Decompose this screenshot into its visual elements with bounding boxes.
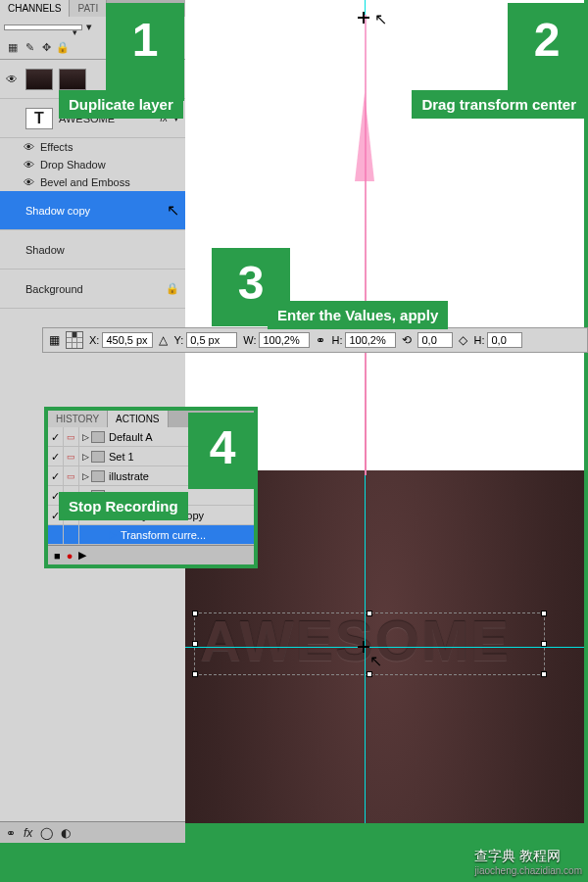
layer-row-shadow-copy[interactable]: Shadow copy ↖ [0, 191, 185, 230]
transform-center-top[interactable] [358, 12, 369, 24]
expand-icon[interactable]: ▷ [79, 452, 91, 462]
action-name: Set 1 [109, 451, 134, 463]
checkmark-icon[interactable]: ✓ [48, 466, 64, 485]
brush-icon[interactable]: ✎ [23, 41, 36, 55]
x-input[interactable] [102, 332, 153, 348]
step-number: 2 [508, 3, 586, 67]
w-label: W: [243, 334, 256, 346]
tab-history[interactable]: HISTORY [48, 411, 108, 427]
lock-icon: 🔒 [166, 282, 179, 295]
lock-transparent-icon[interactable]: ▦ [6, 41, 20, 55]
watermark-text: 查字典 教程网 [474, 848, 561, 863]
layer-row-background[interactable]: Background 🔒 [0, 270, 185, 309]
visibility-icon[interactable] [6, 204, 20, 218]
x-label: X: [89, 334, 99, 346]
play-icon[interactable]: ▶ [78, 549, 86, 562]
y-input[interactable] [186, 332, 237, 348]
visibility-icon[interactable] [6, 282, 20, 296]
step-label-2: Drag transform center [412, 90, 586, 119]
layer-name: Background [25, 283, 160, 295]
mask-icon[interactable]: ◯ [40, 826, 53, 840]
transform-handle[interactable] [192, 611, 198, 616]
layer-row-shadow[interactable]: Shadow [0, 230, 185, 270]
checkmark-icon[interactable]: ✓ [48, 447, 64, 466]
blend-mode-dropdown[interactable] [4, 24, 82, 30]
dialog-icon[interactable]: ▭ [64, 466, 79, 485]
move-icon[interactable]: ✥ [39, 41, 53, 55]
visibility-icon[interactable]: 👁 [24, 176, 34, 188]
w-input[interactable] [259, 332, 310, 348]
transform-handle[interactable] [367, 611, 372, 616]
transform-handle[interactable] [541, 611, 547, 616]
step-callout-1: 1 [106, 3, 184, 101]
effect-drop-shadow[interactable]: 👁 Drop Shadow [0, 156, 185, 173]
y-label: Y: [173, 334, 183, 346]
dialog-icon[interactable]: ▭ [64, 447, 79, 466]
layers-panel-footer: ⚭ fx ◯ ◐ [0, 821, 185, 843]
tab-actions[interactable]: ACTIONS [108, 411, 168, 427]
layer-name: Shadow copy [25, 205, 161, 217]
step-callout-2: 2 [508, 3, 586, 101]
effects-label: Effects [40, 141, 73, 153]
h-input[interactable] [345, 332, 396, 348]
checkmark-icon[interactable]: ✓ [48, 427, 64, 446]
skew-h-label: H: [473, 334, 484, 346]
fx-icon[interactable]: fx [24, 826, 32, 840]
action-name: Default A [109, 431, 153, 443]
adjustment-icon[interactable]: ◐ [61, 826, 71, 840]
visibility-icon[interactable] [6, 243, 20, 257]
transform-handle[interactable] [192, 671, 198, 677]
transform-options-bar[interactable]: ▦ X: △ Y: W: ⚭ H: ⟲ ◇ H: [42, 327, 588, 353]
layer-name: Shadow [25, 244, 179, 256]
link-icon[interactable]: ⚭ [6, 826, 16, 840]
transform-center-bottom[interactable] [358, 641, 369, 653]
transform-handle[interactable] [541, 671, 547, 677]
layer-mask-thumbnail[interactable] [59, 69, 86, 90]
action-row-selected[interactable]: ▷ Transform curre... [48, 525, 254, 545]
skew-icon: ◇ [459, 333, 467, 347]
layer-thumbnail[interactable] [25, 69, 53, 90]
cursor-icon: ↖ [167, 201, 179, 220]
tab-channels[interactable]: CHANNELS [0, 0, 70, 17]
rotate-input[interactable] [417, 332, 453, 348]
folder-icon [91, 470, 105, 482]
step-label-4: Stop Recording [59, 492, 188, 520]
expand-icon[interactable]: ▷ [79, 471, 91, 481]
step-number: 4 [188, 413, 257, 474]
effect-name: Drop Shadow [40, 159, 106, 171]
record-icon[interactable]: ● [67, 550, 74, 562]
horizontal-guide [185, 647, 584, 648]
visibility-icon[interactable] [6, 112, 20, 125]
drag-path-arrow [363, 15, 368, 475]
visibility-icon[interactable]: 👁 [24, 141, 34, 153]
dialog-icon[interactable]: ▭ [64, 427, 79, 446]
checkmark-icon[interactable] [48, 525, 64, 544]
step-number: 1 [106, 3, 184, 67]
visibility-icon[interactable]: 👁 [6, 73, 20, 86]
watermark: 查字典 教程网 jiaocheng.chazidian.com [474, 848, 582, 876]
tab-paths[interactable]: PATI [70, 0, 107, 17]
step-label-3: Enter the Values, apply [268, 301, 448, 329]
effects-group[interactable]: 👁 Effects [0, 138, 185, 156]
action-step: Transform curre... [117, 528, 210, 542]
actions-panel-footer: ■ ● ▶ [48, 545, 254, 564]
reference-point-grid[interactable] [66, 331, 83, 349]
effect-bevel[interactable]: 👁 Bevel and Emboss [0, 173, 185, 191]
skew-input[interactable] [487, 332, 522, 348]
stop-icon[interactable]: ■ [54, 550, 61, 562]
h-label: H: [331, 334, 342, 346]
expand-icon[interactable]: ▷ [79, 432, 91, 442]
transform-bounding-box[interactable] [194, 612, 545, 675]
step-label-1: Duplicate layer [59, 90, 183, 119]
visibility-icon[interactable]: 👁 [24, 159, 34, 171]
effect-name: Bevel and Emboss [40, 176, 130, 188]
delta-icon[interactable]: △ [159, 333, 168, 347]
text-layer-thumbnail[interactable]: T [25, 108, 53, 129]
icon[interactable]: ▦ [49, 333, 60, 347]
link-icon[interactable]: ⚭ [316, 333, 325, 347]
transform-handle[interactable] [367, 671, 372, 677]
folder-icon [91, 451, 105, 463]
action-name: illustrate [109, 470, 149, 482]
dialog-icon[interactable] [64, 525, 79, 544]
lock-icon[interactable]: 🔒 [56, 41, 70, 55]
